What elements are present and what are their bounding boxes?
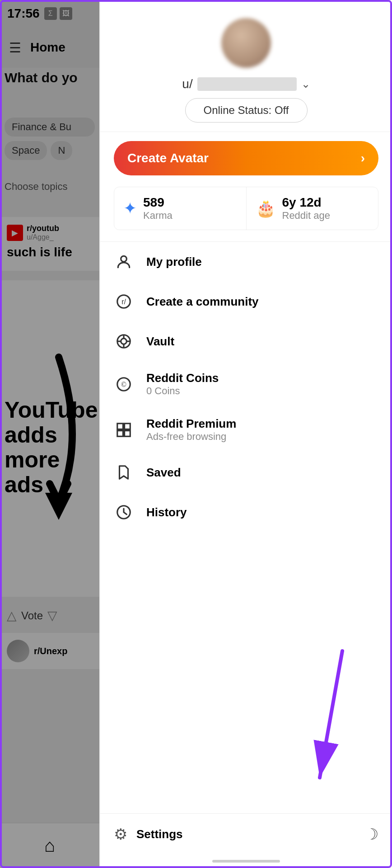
svg-line-18 [320, 651, 342, 778]
saved-label: Saved [146, 466, 181, 480]
svg-point-5 [121, 339, 127, 344]
age-value: 6y 12d [282, 195, 330, 210]
vault-icon [114, 331, 134, 351]
history-icon [114, 502, 134, 522]
menu-item-reddit-coins[interactable]: © Reddit Coins 0 Coins [100, 361, 392, 407]
premium-icon [114, 420, 134, 440]
home-indicator [100, 854, 392, 868]
community-icon: r/ [114, 292, 134, 311]
reddit-premium-subtitle: Ads-free browsing [146, 431, 236, 443]
svg-text:r/: r/ [121, 298, 126, 306]
create-avatar-arrow-icon: › [361, 151, 365, 165]
karma-label: Karma [143, 210, 173, 222]
svg-rect-13 [125, 423, 131, 429]
svg-text:©: © [121, 381, 126, 388]
svg-rect-14 [117, 430, 123, 436]
my-profile-label: My profile [146, 255, 202, 269]
menu-item-history[interactable]: History [100, 492, 392, 532]
age-label: Reddit age [282, 210, 330, 222]
karma-stat[interactable]: ✦ 589 Karma [114, 187, 247, 230]
person-icon [114, 252, 134, 272]
age-stat[interactable]: 🎂 6y 12d Reddit age [247, 187, 378, 230]
home-indicator-bar [212, 860, 280, 863]
menu-item-vault[interactable]: Vault [100, 321, 392, 361]
settings-gear-icon: ⚙ [114, 825, 127, 843]
settings-left: ⚙ Settings [114, 825, 183, 843]
karma-icon: ✦ [123, 199, 137, 218]
coins-icon: © [114, 374, 134, 394]
online-status-button[interactable]: Online Status: Off [185, 98, 308, 123]
create-avatar-button[interactable]: Create Avatar › [114, 141, 378, 175]
reddit-coins-subtitle: 0 Coins [146, 385, 219, 397]
annotation-arrow [284, 646, 374, 791]
overlay [0, 0, 99, 868]
svg-point-1 [121, 256, 127, 262]
karma-value: 589 [143, 195, 173, 210]
username-prefix: u/ [182, 77, 192, 91]
age-icon: 🎂 [256, 199, 276, 218]
chevron-down-icon[interactable]: ⌄ [301, 78, 310, 90]
svg-rect-12 [117, 423, 123, 429]
drawer-profile: u/ ⌄ Online Status: Off [100, 0, 392, 132]
svg-rect-15 [125, 430, 131, 436]
settings-label: Settings [136, 827, 183, 841]
menu-item-create-community[interactable]: r/ Create a community [100, 282, 392, 321]
avatar[interactable] [221, 18, 271, 68]
reddit-coins-label: Reddit Coins [146, 371, 219, 385]
create-avatar-label: Create Avatar [127, 151, 209, 165]
menu-item-reddit-premium[interactable]: Reddit Premium Ads-free browsing [100, 407, 392, 453]
history-label: History [146, 505, 187, 519]
reddit-premium-label: Reddit Premium [146, 417, 236, 431]
create-community-label: Create a community [146, 295, 259, 309]
menu-item-saved[interactable]: Saved [100, 453, 392, 492]
username-blurred [197, 77, 297, 91]
menu-item-my-profile[interactable]: My profile [100, 242, 392, 282]
vault-label: Vault [146, 335, 174, 349]
username-row: u/ ⌄ [182, 77, 310, 91]
stats-row: ✦ 589 Karma 🎂 6y 12d Reddit age [114, 187, 378, 230]
saved-icon [114, 462, 134, 482]
settings-footer[interactable]: ⚙ Settings ☽ [100, 813, 392, 854]
moon-icon[interactable]: ☽ [365, 825, 378, 843]
